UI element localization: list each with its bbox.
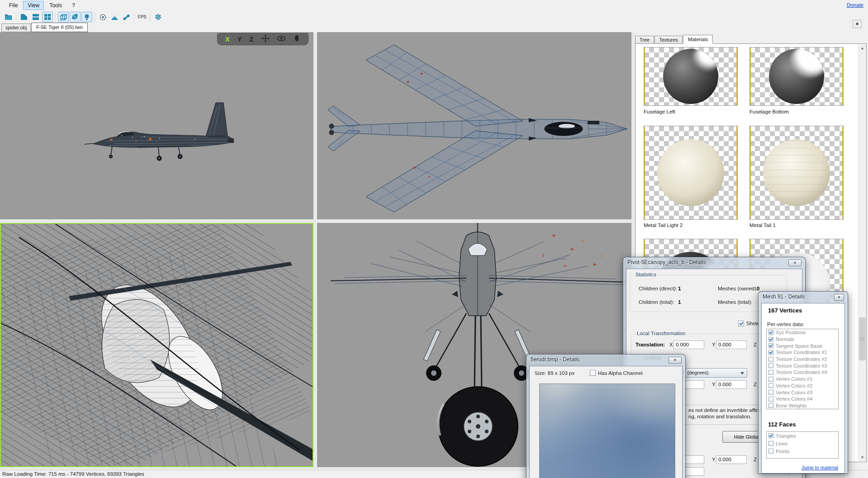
x-axis-label: X bbox=[669, 342, 673, 347]
checkbox[interactable] bbox=[768, 357, 773, 362]
checkbox[interactable] bbox=[768, 363, 773, 368]
checkbox[interactable] bbox=[768, 433, 773, 438]
viewport-top-view[interactable] bbox=[317, 32, 631, 219]
local-transformation-label: Local Transformation bbox=[635, 331, 687, 336]
checkbox[interactable] bbox=[768, 403, 773, 408]
checkbox[interactable] bbox=[768, 383, 773, 388]
mesh-details-dialog[interactable]: Mesh 91 - Details × 167 Vertices Per-ver… bbox=[758, 291, 848, 474]
right-panel-tabs: Tree Textures Materials bbox=[635, 34, 713, 44]
checkbox[interactable] bbox=[768, 390, 773, 395]
checkbox[interactable] bbox=[768, 449, 773, 454]
split-view-icon[interactable] bbox=[30, 12, 41, 22]
menu-file[interactable]: File bbox=[5, 1, 22, 10]
bitmap-details-dialog[interactable]: 5erudr.bmp - Details × Size: 89 x 103 px… bbox=[526, 354, 686, 478]
fps-toggle-button[interactable]: FPS bbox=[137, 12, 147, 22]
open-folder-icon[interactable] bbox=[3, 12, 14, 22]
hand-icon[interactable] bbox=[294, 34, 300, 44]
material-name: Fuselage Left bbox=[644, 109, 675, 114]
list-item: Texture Coordinates #4 bbox=[767, 369, 838, 376]
donate-link[interactable]: Donate bbox=[847, 2, 863, 8]
show-checkbox[interactable] bbox=[738, 321, 744, 327]
scroll-up-icon[interactable]: ▲ bbox=[859, 44, 866, 52]
bitmap-image bbox=[539, 383, 675, 478]
tab-tree[interactable]: Tree bbox=[635, 36, 654, 44]
axis-z-button[interactable]: Z bbox=[250, 35, 254, 43]
skeleton-bones-icon[interactable] bbox=[121, 12, 132, 22]
list-item: Tangent Space Basis bbox=[767, 342, 838, 349]
list-item: Vertex Colors #3 bbox=[767, 389, 838, 396]
jump-to-material-link[interactable]: Jump to material bbox=[802, 465, 838, 470]
meshes-owned-value: 0 bbox=[757, 286, 759, 291]
wireframe-cube-icon[interactable] bbox=[58, 12, 69, 22]
translation-y-field[interactable]: 0.000 bbox=[716, 341, 747, 349]
list-item: Vertex Colors #4 bbox=[767, 396, 838, 402]
lighting-bulb-icon[interactable] bbox=[81, 12, 92, 22]
mesh-dialog-body: 167 Vertices Per-vertex data: Xyz Positi… bbox=[761, 303, 845, 473]
face-type-label: Lines bbox=[776, 441, 787, 446]
eye-icon[interactable] bbox=[277, 35, 286, 43]
checkbox[interactable] bbox=[768, 397, 773, 402]
viewport-axis-bar: X Y Z bbox=[217, 33, 308, 45]
checkbox[interactable] bbox=[768, 337, 773, 342]
axis-x-button[interactable]: X bbox=[225, 35, 230, 43]
statistics-label: Statistics bbox=[634, 272, 658, 277]
close-icon[interactable]: × bbox=[834, 294, 844, 301]
toolbar-separator bbox=[150, 13, 150, 22]
single-view-icon[interactable] bbox=[19, 12, 29, 22]
children-direct-label: Children (direct): bbox=[639, 286, 677, 291]
alpha-channel-label: Has Alpha Channel bbox=[598, 370, 642, 376]
rotation-y-field[interactable]: 0.000 bbox=[716, 380, 747, 389]
checkbox[interactable] bbox=[768, 441, 773, 446]
close-icon[interactable]: × bbox=[788, 260, 802, 266]
channel-label: Texture Coordinates #4 bbox=[776, 369, 827, 375]
menu-view[interactable]: View bbox=[23, 1, 44, 10]
toolbar-separator bbox=[134, 13, 134, 22]
list-item: Texture Coordinates #2 bbox=[767, 356, 838, 363]
checkbox[interactable] bbox=[768, 350, 773, 355]
material-name: Metal Tail 1 bbox=[749, 222, 776, 228]
z-axis-label: Z bbox=[754, 342, 757, 347]
material-tile[interactable] bbox=[644, 126, 738, 220]
children-total-label: Children (total): bbox=[639, 299, 674, 305]
viewport-closeup-view[interactable] bbox=[0, 223, 313, 467]
pan-icon[interactable] bbox=[261, 34, 270, 44]
alpha-channel-checkbox[interactable] bbox=[590, 370, 596, 376]
channel-label: Tangent Space Basis bbox=[776, 343, 822, 349]
checkbox[interactable] bbox=[768, 343, 773, 348]
close-tab-button[interactable]: × bbox=[853, 20, 862, 28]
show-label: Show bbox=[746, 321, 759, 326]
tab-f5e-tiger[interactable]: F-5E Tiger II (05).lwo bbox=[31, 23, 88, 32]
bitmap-size-label: Size: 89 x 103 px bbox=[535, 370, 574, 376]
tab-textures[interactable]: Textures bbox=[655, 36, 683, 44]
close-icon[interactable]: × bbox=[669, 357, 682, 364]
settings-gear-icon[interactable] bbox=[152, 12, 163, 22]
channel-label: Normals bbox=[776, 336, 794, 342]
material-tile[interactable] bbox=[749, 47, 844, 106]
scaling-y-field[interactable]: 0.000 bbox=[716, 455, 747, 464]
textured-view-icon[interactable] bbox=[70, 12, 81, 22]
selection-circle-icon[interactable] bbox=[97, 12, 108, 22]
material-tile[interactable] bbox=[644, 47, 738, 106]
vertices-heading: 167 Vertices bbox=[768, 307, 802, 314]
dialog-title: 5erudr.bmp - Details bbox=[531, 356, 579, 363]
y-axis-label: Y bbox=[712, 382, 716, 387]
axis-y-button[interactable]: Y bbox=[237, 35, 242, 43]
checkbox[interactable] bbox=[768, 370, 773, 375]
face-type-label: Points bbox=[776, 449, 790, 454]
materials-scrollbar[interactable]: ▲ ▼ bbox=[858, 44, 866, 461]
checkbox[interactable] bbox=[768, 377, 773, 382]
menu-tools[interactable]: Tools bbox=[45, 1, 66, 10]
material-tile[interactable] bbox=[749, 126, 844, 220]
children-total-value: 1 bbox=[678, 299, 681, 305]
tab-spider-obj[interactable]: spider.obj bbox=[1, 24, 31, 32]
scrollbar-thumb[interactable] bbox=[859, 317, 866, 360]
viewport-side-view[interactable] bbox=[0, 32, 313, 219]
quad-view-icon[interactable] bbox=[42, 12, 53, 22]
scroll-down-icon[interactable]: ▼ bbox=[859, 454, 866, 461]
channel-label: Vertex Colors #4 bbox=[776, 396, 812, 402]
translation-x-field[interactable]: 0.000 bbox=[674, 341, 704, 349]
tab-materials[interactable]: Materials bbox=[683, 35, 713, 44]
menu-help[interactable]: ? bbox=[67, 1, 80, 10]
checkbox[interactable] bbox=[768, 330, 773, 335]
pivot-marker-icon[interactable] bbox=[109, 12, 120, 22]
